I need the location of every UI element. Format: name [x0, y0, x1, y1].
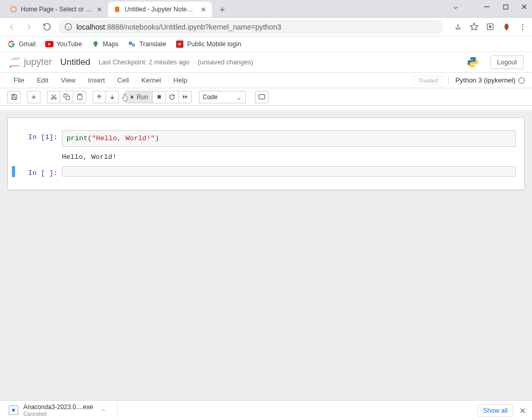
code-cell[interactable]: In [1]: print("Hello, World!") [12, 129, 520, 148]
menu-help[interactable]: Help [167, 74, 194, 86]
minimize-icon[interactable] [483, 3, 490, 10]
svg-rect-18 [129, 42, 132, 45]
site-info-icon[interactable] [64, 23, 72, 31]
toolbar: Run Code [0, 88, 532, 106]
unsaved-text: (unsaved changes) [198, 59, 253, 66]
close-tab-icon[interactable]: ✕ [200, 6, 207, 13]
leaf-extension-icon[interactable] [502, 22, 511, 32]
svg-marker-37 [183, 95, 185, 99]
cut-button[interactable] [47, 91, 60, 103]
jupyter-logo[interactable]: jupyter [8, 56, 52, 69]
menu-view[interactable]: View [55, 74, 82, 86]
show-all-button[interactable]: Show all [477, 404, 513, 417]
bookmark-maps[interactable]: Maps [91, 40, 119, 48]
notebook: In [1]: print("Hello, World!") Hello, Wo… [7, 117, 525, 190]
reload-button[interactable] [41, 21, 53, 33]
close-tab-icon[interactable]: ✕ [96, 6, 103, 13]
bookmark-star-icon[interactable] [470, 22, 478, 31]
chevron-up-icon[interactable] [100, 407, 107, 413]
more-menu-icon[interactable] [518, 23, 527, 31]
add-cell-button[interactable] [27, 91, 41, 103]
svg-point-12 [522, 24, 523, 25]
url-path: :8888/notebooks/Untitled.ipynb?kernel_na… [105, 23, 281, 31]
svg-point-14 [522, 29, 523, 30]
maximize-icon[interactable] [502, 3, 509, 10]
move-down-button[interactable] [105, 91, 119, 103]
trusted-indicator[interactable]: Trusted [414, 76, 442, 85]
interrupt-button[interactable] [152, 91, 166, 103]
svg-marker-9 [470, 23, 477, 30]
svg-rect-5 [115, 7, 119, 12]
jupyter-nb-favicon-icon [113, 5, 122, 13]
notebook-container: In [1]: print("Hello, World!") Hello, Wo… [0, 110, 532, 400]
share-icon[interactable] [454, 22, 462, 31]
svg-point-23 [10, 65, 11, 67]
svg-rect-11 [489, 25, 491, 28]
back-button[interactable] [5, 21, 18, 33]
bookmark-translate[interactable]: Translate [128, 40, 166, 48]
svg-point-27 [51, 98, 52, 99]
kernel-indicator[interactable]: Python 3 (ipykernel) [448, 76, 525, 84]
command-palette-button[interactable] [255, 91, 269, 103]
close-window-icon[interactable] [521, 3, 528, 10]
svg-rect-43 [12, 409, 15, 412]
move-up-button[interactable] [92, 91, 106, 103]
bookmark-youtube[interactable]: YouTube [45, 40, 82, 48]
window-dropdown-icon[interactable] [452, 4, 459, 11]
svg-rect-32 [78, 94, 81, 95]
translate-icon [128, 40, 136, 48]
cell-type-select[interactable]: Code [199, 91, 246, 103]
save-button[interactable] [7, 91, 21, 103]
tab-title: Untitled - Jupyter Notebook [125, 6, 196, 13]
jupyter-logo-text: jupyter [24, 57, 52, 67]
svg-marker-38 [185, 95, 187, 99]
jupyter-header: jupyter Untitled Last Checkpoint: 2 minu… [0, 52, 532, 73]
cell-prompt: In [ ]: [15, 166, 62, 177]
cell-prompt [15, 151, 62, 162]
pm-icon: P [176, 40, 184, 48]
restart-button[interactable] [165, 91, 179, 103]
menu-bar: File Edit View Insert Cell Kernel Help T… [0, 73, 532, 88]
cell-prompt: In [1]: [15, 130, 62, 147]
run-button[interactable]: Run [125, 91, 153, 103]
notebook-title[interactable]: Untitled [60, 57, 90, 67]
bookmark-gmail[interactable]: Gmail [7, 40, 36, 48]
menu-insert[interactable]: Insert [82, 74, 111, 86]
code-input[interactable]: print("Hello, World!") [62, 130, 516, 147]
menu-kernel[interactable]: Kernel [135, 74, 167, 86]
address-bar: localhost:8888/notebooks/Untitled.ipynb?… [0, 18, 532, 36]
paste-button[interactable] [73, 91, 86, 103]
svg-rect-31 [65, 96, 69, 100]
svg-point-4 [11, 7, 17, 12]
url-input[interactable]: localhost:8888/notebooks/Untitled.ipynb?… [58, 20, 443, 34]
menu-cell[interactable]: Cell [111, 74, 135, 86]
checkpoint-text: Last Checkpoint: 2 minutes ago [99, 59, 190, 66]
kernel-status-icon [518, 77, 525, 84]
browser-tab-home[interactable]: Home Page - Select or create a n ✕ [4, 2, 108, 17]
browser-tab-notebook[interactable]: Untitled - Jupyter Notebook ✕ [108, 2, 212, 17]
google-icon [7, 40, 16, 48]
code-cell[interactable]: In [ ]: [12, 165, 520, 178]
menu-edit[interactable]: Edit [31, 74, 55, 86]
svg-text:P: P [179, 42, 181, 46]
close-shelf-icon[interactable] [520, 408, 526, 414]
new-tab-button[interactable]: + [215, 3, 230, 17]
logout-button[interactable]: Logout [490, 56, 524, 69]
menu-file[interactable]: File [7, 74, 31, 86]
jupyter-favicon-icon [9, 5, 18, 13]
code-input[interactable] [62, 166, 516, 177]
bookmark-pm[interactable]: PPublic Mobile login [176, 40, 241, 48]
restart-run-all-button[interactable] [178, 91, 192, 103]
download-filename: Anaconda3-2023.0....exe [23, 404, 93, 411]
maps-icon [91, 40, 100, 48]
download-item[interactable]: Anaconda3-2023.0....exe Canceled [6, 402, 117, 419]
svg-rect-39 [259, 94, 265, 99]
extension-icon[interactable] [486, 22, 495, 31]
svg-point-13 [522, 26, 523, 27]
svg-point-17 [95, 42, 96, 44]
bookmarks-bar: Gmail YouTube Maps Translate PPublic Mob… [0, 36, 532, 52]
copy-button[interactable] [60, 91, 73, 103]
svg-rect-36 [157, 95, 161, 98]
url-host: localhost [76, 23, 105, 31]
forward-button[interactable] [23, 21, 35, 33]
